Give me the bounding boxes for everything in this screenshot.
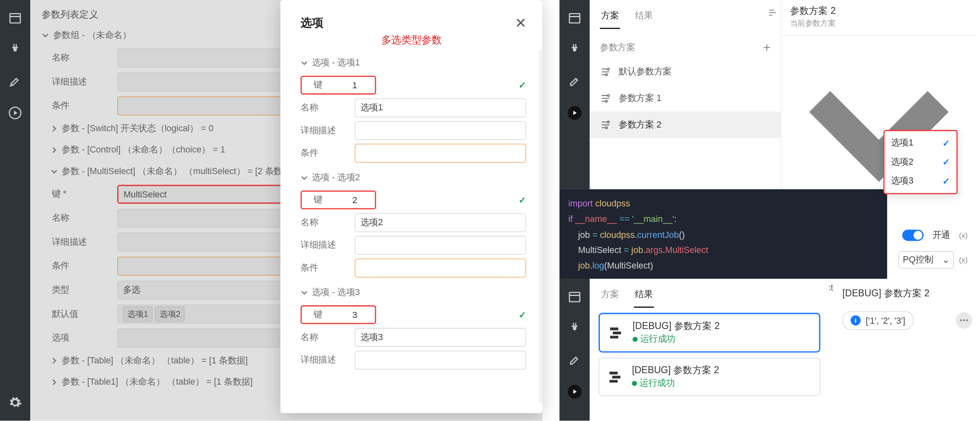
panel-icon[interactable] xyxy=(8,11,22,25)
more-button[interactable]: ⋯ xyxy=(956,312,972,329)
svg-point-6 xyxy=(607,94,609,96)
tab-plan-2[interactable]: 方案 xyxy=(600,285,620,308)
log-panel: [DEBUG] 参数方案 2 i['1', '2', '3'] ⋯ xyxy=(835,279,980,421)
chevron-right-icon xyxy=(50,125,58,133)
option2-desc-input[interactable] xyxy=(355,236,526,255)
add-plan-button[interactable]: + xyxy=(763,40,771,55)
check-icon: ✓ xyxy=(519,195,526,205)
play-icon[interactable] xyxy=(8,106,22,120)
option1-cond-input[interactable] xyxy=(355,144,526,163)
chevron-right-icon xyxy=(50,357,58,365)
plug-icon[interactable] xyxy=(8,43,22,57)
plan-section-label: 参数方案 xyxy=(600,42,635,54)
option3-key-input[interactable]: 键3 xyxy=(301,305,376,324)
tab-result[interactable]: 结果 xyxy=(634,6,654,29)
chevron-down-icon: ⌄ xyxy=(942,255,950,265)
chevron-down-icon xyxy=(301,59,308,67)
stack-icon xyxy=(607,369,623,385)
tab-result-2[interactable]: 结果 xyxy=(634,285,654,308)
result-card-2[interactable]: [DEBUG] 参数方案 2运行成功 xyxy=(599,358,820,396)
log-entry: i['1', '2', '3'] xyxy=(842,311,913,330)
play-icon[interactable] xyxy=(568,106,581,120)
option-group-3[interactable]: 选项 - 选项3 xyxy=(301,280,526,304)
tools-icon[interactable] xyxy=(568,353,581,367)
option1-key-input[interactable]: 键1 xyxy=(301,76,376,94)
option2-cond-input[interactable] xyxy=(355,259,526,278)
close-icon[interactable]: ✕ xyxy=(515,15,526,31)
check-icon: ✓ xyxy=(942,157,950,167)
dropdown-item-3[interactable]: 选项3✓ xyxy=(884,172,956,190)
label-name: 名称 xyxy=(52,52,110,64)
option2-name-input[interactable]: 选项2 xyxy=(355,213,526,232)
label-desc: 详细描述 xyxy=(52,76,110,88)
right-app-sidebar-top xyxy=(559,0,590,189)
tab-plan[interactable]: 方案 xyxy=(600,6,620,29)
log-title: [DEBUG] 参数方案 2 xyxy=(835,279,980,306)
clear-button[interactable]: (x) xyxy=(959,255,968,264)
svg-rect-2 xyxy=(569,13,579,23)
multiselect-dropdown[interactable]: 选项1✓ 选项2✓ 选项3✓ xyxy=(883,130,958,194)
status-dot-icon xyxy=(632,381,637,386)
sliders-icon xyxy=(767,8,777,20)
modal-body[interactable]: 选项 - 选项1 键1✓ 名称选项1 详细描述 条件 选项 - 选项2 键2✓ … xyxy=(281,50,543,403)
props-subtitle: 当前参数方案 xyxy=(781,18,976,36)
svg-rect-3 xyxy=(569,292,579,302)
label-key: 键 * xyxy=(52,188,110,200)
play-icon[interactable] xyxy=(568,385,581,399)
svg-point-9 xyxy=(606,127,608,129)
props-title: 参数方案 2 xyxy=(781,0,976,18)
svg-point-7 xyxy=(606,100,608,102)
option-group-2[interactable]: 选项 - 选项2 xyxy=(301,165,526,189)
plug-icon[interactable] xyxy=(568,322,581,336)
chevron-down-icon xyxy=(50,168,58,175)
chevron-right-icon xyxy=(50,378,58,386)
clear-button[interactable]: (x) xyxy=(959,231,968,240)
plug-icon[interactable] xyxy=(568,43,581,57)
dropdown-item-2[interactable]: 选项2✓ xyxy=(884,152,956,171)
plan-item-2[interactable]: 参数方案 2 xyxy=(590,112,781,138)
check-icon: ✓ xyxy=(519,80,526,90)
gear-icon[interactable] xyxy=(8,395,22,409)
svg-point-4 xyxy=(607,68,609,70)
chevron-down-icon xyxy=(301,289,308,297)
options-modal: 选项 ✕ 多选类型参数 选项 - 选项1 键1✓ 名称选项1 详细描述 条件 选… xyxy=(281,0,543,413)
switch-toggle[interactable] xyxy=(902,230,924,241)
option-group-1[interactable]: 选项 - 选项1 xyxy=(301,50,526,74)
result-card-1[interactable]: [DEBUG] 参数方案 2运行成功 xyxy=(599,313,820,352)
svg-point-5 xyxy=(606,74,608,76)
svg-rect-0 xyxy=(10,13,20,23)
option3-name-input[interactable]: 选项3 xyxy=(355,328,526,347)
status-dot-icon xyxy=(633,337,637,342)
sliders-icon xyxy=(600,119,611,131)
label-cond: 条件 xyxy=(52,100,110,112)
control-select[interactable]: PQ控制⌄ xyxy=(898,251,954,269)
panel-icon[interactable] xyxy=(568,290,581,304)
option1-name-input[interactable]: 选项1 xyxy=(355,99,526,117)
check-icon: ✓ xyxy=(519,310,526,320)
chevron-down-icon xyxy=(42,31,49,39)
sliders-icon xyxy=(600,66,611,78)
plan-item-default[interactable]: 默认参数方案 xyxy=(590,58,781,85)
tools-icon[interactable] xyxy=(568,74,581,88)
left-app-sidebar xyxy=(0,0,30,421)
option3-desc-input[interactable] xyxy=(355,351,526,369)
option1-desc-input[interactable] xyxy=(355,121,526,140)
code-snippet: import cloudpss if __name__ == '__main__… xyxy=(559,189,887,279)
panel-icon[interactable] xyxy=(568,11,581,25)
check-icon: ✓ xyxy=(942,176,950,186)
plan-panel: 方案 结果 参数方案+ 默认参数方案 参数方案 1 参数方案 2 xyxy=(590,0,781,189)
svg-point-8 xyxy=(607,121,609,123)
chevron-right-icon xyxy=(50,146,58,154)
dropdown-item-1[interactable]: 选项1✓ xyxy=(884,134,956,152)
stack-icon xyxy=(607,325,624,341)
result-panel: 方案 结果 [DEBUG] 参数方案 2运行成功 [DEBUG] 参数方案 2运… xyxy=(590,279,829,421)
tools-icon[interactable] xyxy=(8,74,22,88)
modal-title: 选项 xyxy=(301,15,323,30)
right-app-sidebar-bottom xyxy=(559,279,590,421)
info-icon: i xyxy=(851,316,861,326)
check-icon: ✓ xyxy=(942,138,950,148)
chevron-down-icon xyxy=(301,174,308,182)
plan-item-1[interactable]: 参数方案 1 xyxy=(590,85,781,112)
option2-key-input[interactable]: 键2 xyxy=(301,190,376,209)
modal-subtitle: 多选类型参数 xyxy=(281,34,543,47)
